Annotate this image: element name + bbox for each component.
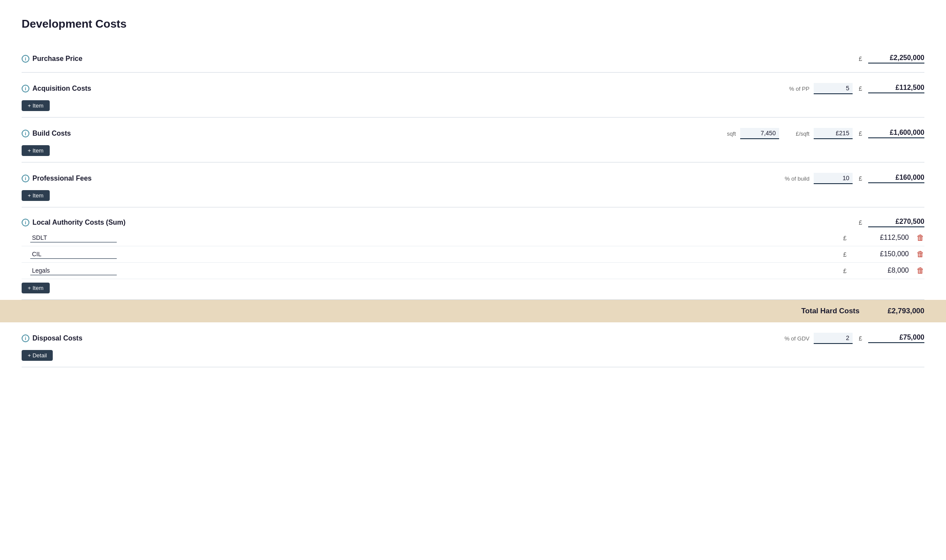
- acquisition-input[interactable]: [814, 83, 853, 94]
- acquisition-value: £112,500: [868, 84, 924, 93]
- local-authority-item-sdlt: £ £112,500 🗑: [22, 230, 924, 246]
- professional-fees-section: i Professional Fees % of build £ £160,00…: [22, 162, 924, 207]
- total-hard-costs-label: Total Hard Costs: [9, 307, 860, 315]
- legals-pound: £: [843, 267, 847, 274]
- build-costs-value: £1,600,000: [868, 129, 924, 138]
- build-sqft-label: sqft: [710, 130, 736, 137]
- sdlt-value: £112,500: [853, 234, 909, 242]
- local-authority-label: i Local Authority Costs (Sum): [22, 219, 853, 226]
- professional-fees-pound: £: [859, 175, 862, 182]
- local-authority-item-cil: £ £150,000 🗑: [22, 246, 924, 263]
- professional-fees-input[interactable]: [814, 173, 853, 184]
- professional-fees-unit-label: % of build: [783, 175, 809, 182]
- local-authority-item-legals: £ £8,000 🗑: [22, 263, 924, 279]
- build-pound: £: [859, 130, 862, 137]
- total-hard-costs-value: £2,793,000: [868, 307, 924, 315]
- professional-fees-label: i Professional Fees: [22, 175, 779, 182]
- legals-delete-icon[interactable]: 🗑: [917, 266, 924, 275]
- disposal-input[interactable]: [814, 333, 853, 344]
- disposal-costs-section: i Disposal Costs % of GDV £ £75,000 + De…: [22, 322, 924, 367]
- build-per-sqft-input[interactable]: [814, 128, 853, 139]
- purchase-price-label: i Purchase Price: [22, 55, 853, 63]
- professional-fees-add-item-button[interactable]: + Item: [22, 190, 50, 201]
- local-authority-costs-section: i Local Authority Costs (Sum) £ £270,500…: [22, 207, 924, 300]
- build-per-sqft-label: £/sqft: [783, 130, 809, 137]
- professional-fees-value: £160,000: [868, 174, 924, 183]
- disposal-unit-label: % of GDV: [783, 335, 809, 342]
- total-hard-costs-row: Total Hard Costs £2,793,000: [0, 300, 946, 322]
- legals-name-input[interactable]: [30, 266, 117, 275]
- sdlt-pound: £: [843, 235, 847, 242]
- acquisition-add-item-button[interactable]: + Item: [22, 100, 50, 111]
- sdlt-delete-icon[interactable]: 🗑: [917, 233, 924, 242]
- disposal-costs-label: i Disposal Costs: [22, 334, 779, 342]
- acquisition-unit-label: % of PP: [783, 86, 809, 92]
- sdlt-name-input[interactable]: [30, 233, 117, 242]
- build-costs-info-icon[interactable]: i: [22, 130, 29, 137]
- disposal-value: £75,000: [868, 334, 924, 343]
- cil-name-input[interactable]: [30, 250, 117, 259]
- professional-fees-info-icon[interactable]: i: [22, 175, 29, 182]
- local-authority-value: £270,500: [868, 218, 924, 227]
- acquisition-costs-section: i Acquisition Costs % of PP £ £112,500 +…: [22, 73, 924, 118]
- cil-delete-icon[interactable]: 🗑: [917, 250, 924, 259]
- disposal-costs-info-icon[interactable]: i: [22, 334, 29, 342]
- local-authority-info-icon[interactable]: i: [22, 219, 29, 226]
- legals-value: £8,000: [853, 267, 909, 275]
- disposal-pound: £: [859, 335, 862, 342]
- purchase-price-info-icon[interactable]: i: [22, 55, 29, 63]
- acquisition-costs-label: i Acquisition Costs: [22, 85, 779, 92]
- cil-value: £150,000: [853, 250, 909, 259]
- page-title: Development Costs: [22, 17, 924, 31]
- build-costs-section: i Build Costs sqft £/sqft £ £1,600,000 +…: [22, 118, 924, 162]
- cil-pound: £: [843, 251, 847, 258]
- acquisition-pound: £: [859, 85, 862, 92]
- purchase-price-value: £2,250,000: [868, 54, 924, 64]
- local-authority-pound: £: [859, 219, 862, 226]
- acquisition-costs-info-icon[interactable]: i: [22, 85, 29, 92]
- build-sqft-input[interactable]: [740, 128, 779, 139]
- purchase-price-section: i Purchase Price £ £2,250,000: [22, 44, 924, 73]
- disposal-add-detail-button[interactable]: + Detail: [22, 350, 53, 361]
- build-add-item-button[interactable]: + Item: [22, 145, 50, 156]
- build-costs-label: i Build Costs: [22, 130, 706, 137]
- purchase-price-pound: £: [859, 55, 862, 62]
- local-authority-add-item-button[interactable]: + Item: [22, 283, 50, 293]
